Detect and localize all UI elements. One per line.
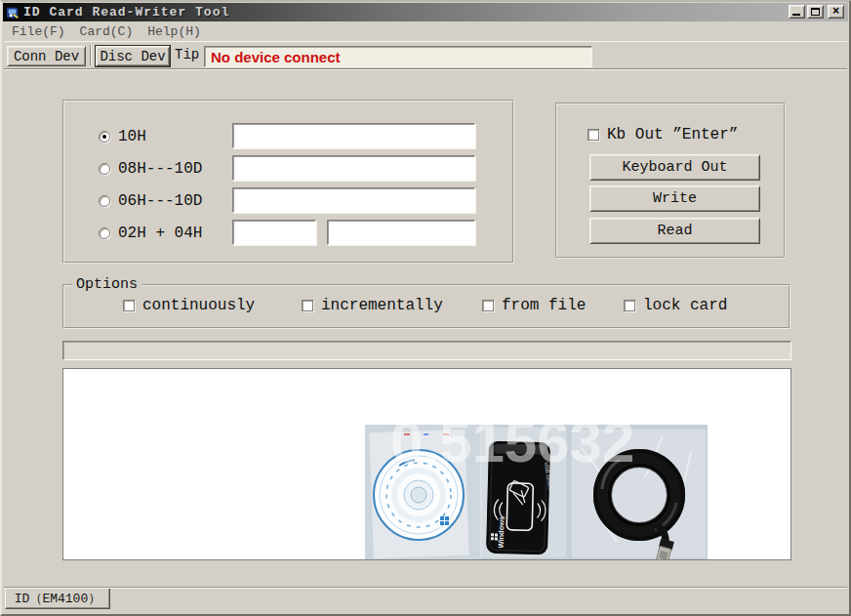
radio-10h-label[interactable]: 10H [118,129,146,144]
radio-08h-10d[interactable] [99,163,110,175]
tip-label: Tip [175,47,199,62]
menu-help[interactable]: Help(H) [147,24,201,39]
input-10h[interactable] [232,123,475,148]
window-title: ID Card Read-Writer Tool [23,5,229,20]
reader-brand-text: Windows [497,516,507,549]
tab-id-em4100[interactable]: ID（EM4100） [5,589,110,609]
incrementally-label[interactable]: incrementally [321,299,443,313]
app-icon [6,6,20,20]
options-group: Options continuously incrementally from … [62,284,790,329]
toolbar-separator [90,45,92,65]
keyboard-out-button[interactable]: Keyboard Out [589,154,760,181]
maximize-icon [811,8,820,16]
minimize-button[interactable] [789,5,805,19]
radio-06h-10d[interactable] [99,195,110,207]
menu-card[interactable]: Card(C) [80,24,134,39]
close-button[interactable]: × [828,5,844,19]
menu-file[interactable]: File(F) [12,24,65,39]
lock-card-label[interactable]: lock card [643,299,727,313]
close-icon: × [832,6,839,18]
picture-panel: Windows USB Reader 0.515632 [62,368,791,560]
read-button[interactable]: Read [589,218,760,244]
radio-08h-10d-label[interactable]: 08H---10D [118,161,202,177]
app-window: ID Card Read-Writer Tool × File(F) Card(… [0,0,851,616]
maximize-button[interactable] [807,5,824,19]
output-group: Kb Out ”Enter” Keyboard Out Write Read [555,103,786,259]
radio-06h-10d-label[interactable]: 06H---10D [118,193,202,209]
lock-card-checkbox[interactable] [624,300,635,311]
menu-bar: File(F) Card(C) Help(H) [4,21,847,41]
tab-strip-divider [4,587,847,589]
title-bar: ID Card Read-Writer Tool × [3,3,848,21]
from-file-checkbox[interactable] [482,300,494,311]
progress-bar [62,341,791,360]
write-button[interactable]: Write [589,185,760,212]
connect-device-button[interactable]: Conn Dev [7,46,86,66]
toolbar: Conn Dev Disc Dev Tip No device connect [4,41,847,69]
input-04h[interactable] [327,220,475,245]
options-group-title: Options [72,277,142,293]
input-08h-10d[interactable] [232,155,475,181]
status-text: No device connect [211,49,341,65]
continuously-label[interactable]: continuously [142,299,255,313]
minimize-icon [792,14,800,16]
status-box: No device connect [204,46,592,67]
input-02h[interactable] [232,220,316,245]
product-photo: Windows USB Reader 0.515632 [365,425,708,560]
card-data-group: 10H 08H---10D 06H---10D 02H + 04H [62,100,514,264]
kb-out-enter-label[interactable]: Kb Out ”Enter” [607,128,738,143]
price-watermark: 0.515632 [390,425,634,474]
incrementally-checkbox[interactable] [302,300,313,311]
disconnect-device-button[interactable]: Disc Dev [96,46,170,66]
radio-02h-04h[interactable] [99,227,110,239]
radio-02h-04h-label[interactable]: 02H + 04H [118,226,202,241]
from-file-label[interactable]: from file [502,299,586,313]
input-06h-10d[interactable] [232,187,475,213]
continuously-checkbox[interactable] [123,300,135,311]
radio-10h[interactable] [99,131,110,143]
kb-out-enter-checkbox[interactable] [588,129,599,141]
